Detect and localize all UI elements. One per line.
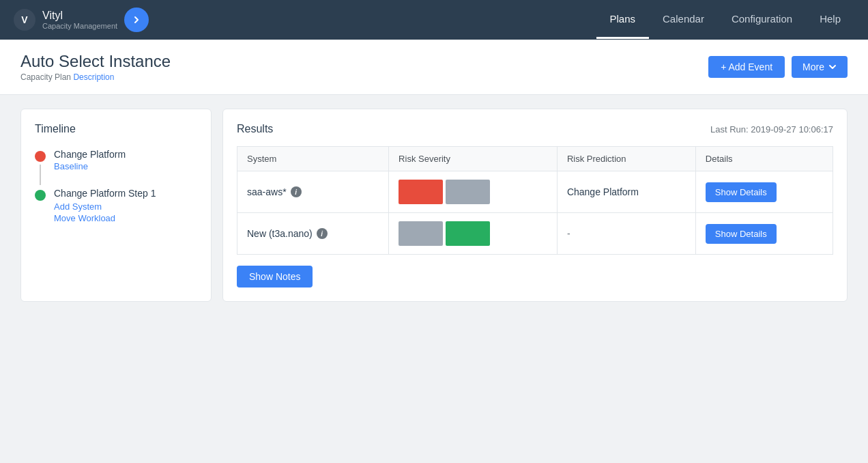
nav-help[interactable]: Help	[806, 1, 854, 39]
add-event-button[interactable]: + Add Event	[708, 56, 785, 78]
system-cell-2: New (t3a.nano) i	[237, 213, 389, 255]
table-row: New (t3a.nano) i - Show Det	[237, 213, 833, 255]
nav-plans[interactable]: Plans	[596, 1, 650, 39]
system-name-2: New (t3a.nano) i	[247, 228, 379, 239]
risk-bar-red-1	[399, 180, 443, 204]
col-risk-prediction: Risk Prediction	[557, 147, 695, 171]
nav-calendar[interactable]: Calendar	[649, 1, 718, 39]
show-notes-button[interactable]: Show Notes	[237, 266, 313, 287]
chevron-down-icon	[828, 63, 837, 71]
system-name-text-2: New (t3a.nano)	[247, 228, 313, 239]
results-last-run: Last Run: 2019-09-27 10:06:17	[710, 124, 833, 135]
page-subtitle: Capacity Plan Description	[20, 72, 171, 82]
system-name-text-1: saa-aws*	[247, 186, 287, 197]
timeline-content-2: Change Platform Step 1 Add System Move W…	[54, 188, 197, 237]
risk-bar-gray-1	[446, 180, 490, 204]
timeline-connector-line	[40, 165, 41, 185]
brand: V Vityl Capacity Management	[14, 8, 162, 32]
table-row: saa-aws* i Change Platform Show Details	[237, 171, 833, 213]
risk-prediction-cell-2: -	[557, 213, 695, 255]
timeline-content-1: Change Platform Baseline	[54, 149, 197, 188]
header-row: System Risk Severity Risk Prediction Det…	[237, 147, 833, 171]
description-link[interactable]: Description	[73, 72, 114, 82]
timeline-dot-col-1	[35, 149, 46, 188]
results-header: Results Last Run: 2019-09-27 10:06:17	[237, 123, 833, 135]
risk-severity-cell-1	[389, 171, 558, 213]
page-subtitle-text: Capacity Plan	[20, 72, 71, 82]
page-title: Auto Select Instance	[20, 52, 171, 71]
show-details-button-2[interactable]: Show Details	[706, 224, 777, 244]
timeline-item-1-subtitle[interactable]: Baseline	[54, 161, 197, 171]
results-table: System Risk Severity Risk Prediction Det…	[237, 146, 833, 255]
col-risk-severity: Risk Severity	[389, 147, 558, 171]
timeline-title: Timeline	[35, 123, 197, 135]
col-details: Details	[695, 147, 833, 171]
risk-bar-gray-2	[399, 221, 443, 246]
col-system: System	[237, 147, 389, 171]
system-cell-1: saa-aws* i	[237, 171, 389, 213]
nav-configuration[interactable]: Configuration	[718, 1, 806, 39]
timeline-item-1: Change Platform Baseline	[35, 149, 197, 188]
brand-subtitle: Capacity Management	[42, 22, 117, 30]
timeline-dot-green	[35, 190, 46, 201]
more-label: More	[802, 61, 824, 72]
brand-icon: V	[14, 9, 35, 31]
brand-text: Vityl Capacity Management	[42, 10, 117, 30]
brand-name: Vityl	[42, 10, 117, 22]
add-system-link[interactable]: Add System	[54, 201, 197, 212]
timeline-item-2-title: Change Platform Step 1	[54, 188, 197, 199]
risk-bar-container-1	[399, 180, 547, 204]
page-header: Auto Select Instance Capacity Plan Descr…	[0, 40, 868, 95]
system-name-1: saa-aws* i	[247, 186, 379, 197]
timeline-dot-col-2	[35, 188, 46, 237]
timeline-item-1-title: Change Platform	[54, 149, 197, 160]
page-title-section: Auto Select Instance Capacity Plan Descr…	[20, 52, 171, 82]
info-icon-1[interactable]: i	[291, 186, 302, 197]
risk-bar-green-2	[446, 221, 490, 246]
details-cell-2: Show Details	[695, 213, 833, 255]
info-icon-2[interactable]: i	[317, 228, 328, 239]
timeline-item-2-links: Add System Move Workload	[54, 201, 197, 223]
risk-prediction-dash: -	[567, 228, 570, 239]
timeline-item-2: Change Platform Step 1 Add System Move W…	[35, 188, 197, 237]
results-table-body: saa-aws* i Change Platform Show Details	[237, 171, 833, 255]
nav-links: Plans Calendar Configuration Help	[596, 1, 855, 39]
show-details-button-1[interactable]: Show Details	[706, 182, 777, 202]
timeline-dot-red	[35, 151, 46, 162]
results-table-header: System Risk Severity Risk Prediction Det…	[237, 147, 833, 171]
more-button[interactable]: More	[792, 56, 848, 78]
brand-icon-letter: V	[21, 14, 27, 25]
timeline-panel: Timeline Change Platform Baseline	[20, 109, 212, 302]
risk-severity-cell-2	[389, 213, 558, 255]
top-navigation: V Vityl Capacity Management Plans Calend…	[0, 0, 868, 40]
results-title: Results	[237, 123, 273, 135]
nav-toggle-button[interactable]	[124, 8, 149, 32]
page-actions: + Add Event More	[708, 56, 848, 78]
results-panel: Results Last Run: 2019-09-27 10:06:17 Sy…	[222, 109, 848, 302]
risk-bar-container-2	[399, 221, 547, 246]
details-cell-1: Show Details	[695, 171, 833, 213]
move-workload-link[interactable]: Move Workload	[54, 213, 197, 223]
timeline-items: Change Platform Baseline Change Platform…	[35, 149, 197, 237]
main-content: Timeline Change Platform Baseline	[0, 95, 868, 315]
risk-prediction-cell-1: Change Platform	[557, 171, 695, 213]
